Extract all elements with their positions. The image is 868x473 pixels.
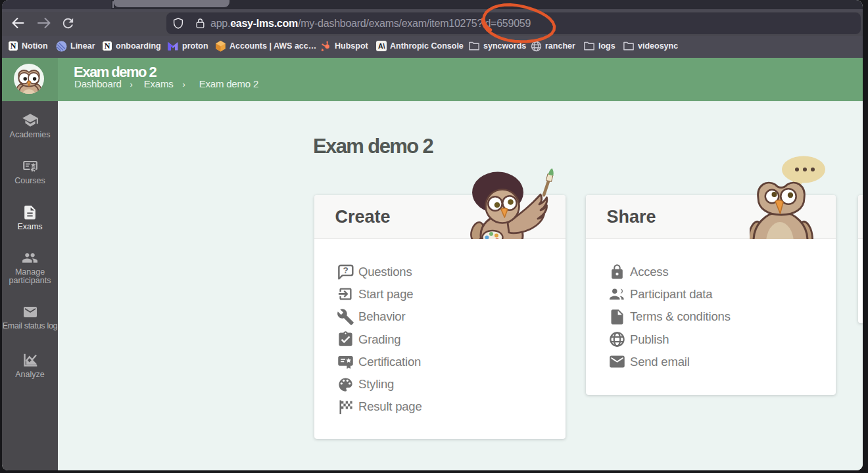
svg-text:N: N <box>105 41 110 51</box>
svg-text:A\: A\ <box>378 42 385 50</box>
svg-text:?: ? <box>343 266 348 276</box>
svg-text:N: N <box>11 41 16 51</box>
